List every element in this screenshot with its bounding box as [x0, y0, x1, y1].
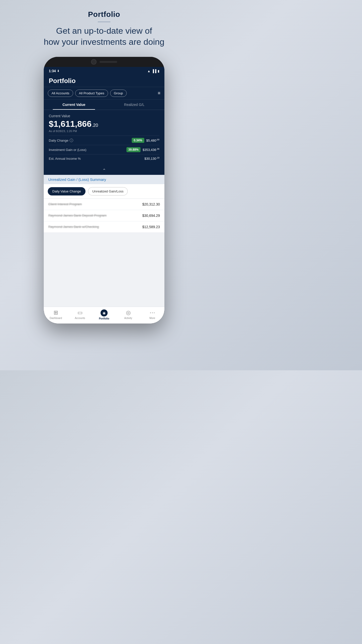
list-item-1[interactable]: Raymond James Bank Deposit Program $30,6… [44, 210, 164, 221]
page-title: Portfolio [44, 10, 164, 19]
filter-row: All Accounts All Product Types Group ≡ [44, 87, 164, 100]
phone-top-bar [44, 57, 164, 67]
toggle-row: Daily Value Change Unrealized Gain/Loss [44, 184, 164, 199]
nav-label-portfolio: Portfolio [99, 317, 109, 320]
daily-change-right: 0.34% $5,480.00 [132, 138, 159, 143]
phone-screen: 1:34 ⬇ ▲ ▐▐ ▮ Portfolio All Accounts All… [44, 67, 164, 324]
stat-row-investment-gain: Investment Gain or (Loss) 39.88% $353,43… [49, 145, 159, 154]
more-icon: ⋯ [150, 309, 155, 316]
tab-realized-gl[interactable]: Realized G/L [104, 100, 164, 110]
status-bar: 1:34 ⬇ ▲ ▐▐ ▮ [44, 67, 164, 74]
filter-icon[interactable]: ≡ [158, 91, 160, 96]
phone-shell: 1:34 ⬇ ▲ ▐▐ ▮ Portfolio All Accounts All… [44, 57, 164, 324]
cv-label: Current Value [49, 114, 159, 118]
investment-gain-right: 39.88% $353,436.36 [126, 147, 159, 152]
nav-item-dashboard[interactable]: ⊞ Dashboard [44, 308, 68, 321]
group-button[interactable]: Group [110, 90, 127, 97]
app-header: Portfolio [44, 74, 164, 87]
toggle-unrealized-gain[interactable]: Unrealized Gain/Loss [88, 187, 128, 195]
list-item-label-2: Raymond James Bank w/Checking [48, 225, 99, 229]
unrealized-title: Unrealized Gain / (Loss) Summary [48, 177, 160, 182]
tabs-row: Current Value Realized G/L [44, 100, 164, 110]
daily-change-label: Daily Change i [49, 139, 73, 142]
signal-icon: ▐▐ [152, 69, 156, 73]
investment-gain-value: $353,436.36 [143, 148, 159, 152]
daily-change-value: $5,480.00 [146, 138, 159, 142]
list-item-value-0: $20,312.30 [142, 202, 160, 206]
nav-item-more[interactable]: ⋯ More [140, 308, 164, 321]
info-icon-daily: i [70, 139, 73, 142]
white-area: Unrealized Gain / (Loss) Summary Daily V… [44, 175, 164, 324]
investment-gain-label: Investment Gain or (Loss) [49, 148, 86, 152]
portfolio-icon: ◉ [101, 309, 108, 316]
page-divider [98, 22, 110, 22]
cv-date: As of 8/28/23, 1:26 PM [49, 130, 159, 133]
nav-label-accounts: Accounts [75, 317, 85, 319]
camera [91, 59, 97, 65]
nav-label-dashboard: Dashboard [50, 317, 62, 319]
cv-amount: $1,611,866.20 [49, 119, 159, 129]
nav-item-accounts[interactable]: ▭ Accounts [68, 308, 92, 321]
stat-row-annual-income: Est. Annual Income % $30,130.19 [49, 154, 159, 163]
status-time: 1:34 ⬇ [49, 69, 59, 73]
app-title: Portfolio [49, 77, 159, 85]
list-item-value-2: $12,589.23 [142, 225, 160, 229]
collapse-chevron[interactable]: ⌃ [44, 165, 164, 175]
annual-income-value: $30,130.19 [144, 156, 159, 160]
nav-label-activity: Activity [124, 317, 132, 319]
annual-income-right: $30,130.19 [144, 156, 159, 160]
dashboard-icon: ⊞ [54, 309, 58, 316]
toggle-daily-value[interactable]: Daily Value Change [48, 187, 85, 195]
wifi-icon: ▲ [147, 69, 151, 73]
activity-icon: ◎ [126, 309, 131, 316]
nav-item-activity[interactable]: ◎ Activity [116, 308, 140, 321]
current-value-section: Current Value $1,611,866.20 As of 8/28/2… [44, 110, 164, 165]
tab-current-value[interactable]: Current Value [44, 100, 104, 110]
bottom-nav: ⊞ Dashboard ▭ Accounts ◉ Portfolio ◎ Act… [44, 307, 164, 324]
investment-gain-badge: 39.88% [126, 147, 141, 152]
page-header: Portfolio Get an up-to-date view ofhow y… [39, 0, 169, 50]
list-item-0[interactable]: Client Interest Program $20,312.30 [44, 199, 164, 210]
speaker [100, 61, 117, 63]
unrealized-header: Unrealized Gain / (Loss) Summary [44, 175, 164, 184]
nav-label-more: More [150, 317, 155, 319]
all-product-types-button[interactable]: All Product Types [75, 90, 108, 97]
page-subtitle: Get an up-to-date view ofhow your invest… [44, 25, 164, 47]
battery-icon: ▮ [158, 69, 159, 73]
accounts-icon: ▭ [77, 309, 83, 316]
list-item-label-1: Raymond James Bank Deposit Program [48, 214, 107, 217]
list-item-2[interactable]: Raymond James Bank w/Checking $12,589.23 [44, 221, 164, 233]
status-icons: ▲ ▐▐ ▮ [147, 69, 159, 73]
daily-change-badge: 0.34% [132, 138, 144, 143]
list-item-value-1: $30,694.29 [142, 214, 160, 218]
all-accounts-button[interactable]: All Accounts [48, 90, 73, 97]
download-icon: ⬇ [57, 69, 59, 73]
list-item-label-0: Client Interest Program [48, 202, 82, 206]
annual-income-label: Est. Annual Income % [49, 157, 81, 160]
nav-item-portfolio[interactable]: ◉ Portfolio [92, 308, 116, 321]
stat-row-daily-change: Daily Change i 0.34% $5,480.00 [49, 136, 159, 145]
